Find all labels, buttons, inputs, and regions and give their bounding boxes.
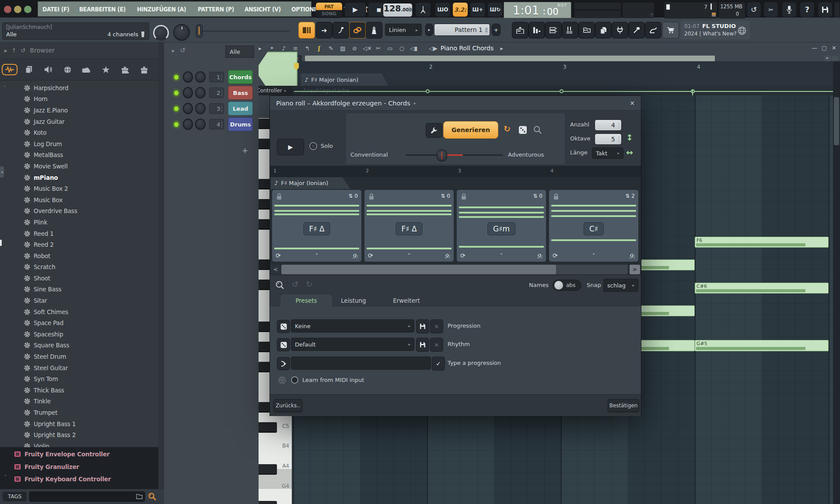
- pr-mute-icon[interactable]: ◁✕: [363, 45, 370, 52]
- metronome-button[interactable]: [415, 2, 431, 17]
- rack-swap-icon[interactable]: ↺: [180, 46, 186, 54]
- pr-playback-icon[interactable]: ◁▮: [410, 45, 417, 52]
- pr-close-icon[interactable]: ✕: [832, 45, 836, 51]
- chord-name-badge[interactable]: F♯ Δ: [303, 222, 330, 235]
- tags-search-input[interactable]: [29, 491, 145, 502]
- step-sequencer-link-button[interactable]: [298, 22, 315, 38]
- cards-scrollbar-thumb[interactable]: [281, 265, 556, 274]
- lock-icon[interactable]: [276, 193, 282, 200]
- window-minimize-light[interactable]: [14, 6, 21, 13]
- marker-panel-bottom[interactable]: [574, 10, 621, 18]
- audio-record-button[interactable]: [782, 2, 797, 18]
- browser-plugin-item[interactable]: Fruity Granulizer: [0, 461, 158, 473]
- pr-list-icon[interactable]: ≡: [292, 45, 299, 52]
- slicer-button[interactable]: ✂: [763, 2, 778, 18]
- channel-mute-led[interactable]: [174, 122, 179, 127]
- midi-note[interactable]: C#6: [695, 283, 829, 294]
- toggle-plugins-button[interactable]: [612, 22, 628, 38]
- progression-dropdown[interactable]: Keine ▸: [291, 319, 414, 332]
- shuffle-slider-thumb[interactable]: [196, 24, 203, 38]
- card-expand-icon[interactable]: ˅: [408, 253, 410, 259]
- pr-velocity-line[interactable]: [294, 91, 840, 92]
- channel-name-button[interactable]: Chords: [228, 70, 253, 84]
- browser-list-item[interactable]: Plink: [0, 217, 158, 228]
- channel-number[interactable]: 3 ⟨⟨: [209, 103, 224, 114]
- menu-datei[interactable]: DATEI (F): [42, 6, 69, 13]
- midi-note[interactable]: G#5: [695, 340, 829, 351]
- pr-target-icon[interactable]: ⌖: [268, 45, 276, 52]
- browser-list-item[interactable]: Koto: [0, 127, 158, 138]
- view-mode-dropdown[interactable]: Linien ▸: [385, 24, 422, 36]
- tab-online[interactable]: [58, 66, 77, 74]
- pr-velocity-node[interactable]: [560, 89, 564, 93]
- dialog-ruler[interactable]: [270, 166, 641, 177]
- channel-name-button[interactable]: Drums: [228, 117, 253, 131]
- rhythm-dropdown[interactable]: Default ▸: [291, 338, 414, 351]
- browser-list-item[interactable]: Steel Drum: [0, 351, 158, 362]
- browser-plugin-item[interactable]: Fruity Envelope Controller: [0, 448, 158, 461]
- length-leftright-icon[interactable]: ↔: [626, 147, 633, 157]
- dialog-zoom-icon[interactable]: [275, 280, 285, 290]
- lock-icon[interactable]: [369, 193, 374, 200]
- browser-list-item[interactable]: Music Box 2: [0, 183, 158, 194]
- browser-list-item[interactable]: Sitar: [0, 295, 158, 306]
- pr-scale-tab[interactable]: ♪ F♯ Major (Ionian): [301, 74, 388, 86]
- pr-scroll-right-button[interactable]: ▸: [824, 56, 831, 61]
- cards-scroll-left[interactable]: <: [271, 265, 280, 274]
- confirm-button[interactable]: Bestätigen: [608, 399, 639, 412]
- browser-list-item[interactable]: Space Pad: [0, 317, 158, 329]
- pr-glue-icon[interactable]: ʃ: [315, 45, 323, 52]
- time-display[interactable]: B:S:T 1:01 : 00: [504, 2, 571, 18]
- tags-button[interactable]: TAGS: [3, 492, 27, 501]
- channel-pan-knob[interactable]: [183, 119, 193, 130]
- bass-clef-icon[interactable]: 9:: [444, 253, 450, 259]
- window-close-light[interactable]: [4, 6, 11, 13]
- cards-scrollbar[interactable]: [281, 265, 628, 274]
- browser-list-item[interactable]: Tinkle: [0, 396, 158, 407]
- learn-midi-toggle[interactable]: [291, 376, 298, 384]
- pr-grid-toggle-button[interactable]: [832, 56, 838, 61]
- pr-slice-icon[interactable]: ✂: [374, 45, 382, 52]
- browser-list-item[interactable]: Shoot: [0, 273, 158, 284]
- names-toggle[interactable]: abs: [553, 280, 581, 291]
- rack-menu-icon[interactable]: ▸: [172, 47, 175, 54]
- toggle-browser-button[interactable]: [578, 22, 595, 38]
- dialog-redo-icon[interactable]: ↻: [306, 280, 312, 289]
- settings-wrench-button[interactable]: [426, 123, 442, 138]
- tab-presets[interactable]: Presets: [280, 294, 332, 307]
- save-button[interactable]: [818, 2, 833, 18]
- chord-card[interactable]: ⇅ 0 F♯ Δ ⟳ ˅ 9:: [364, 189, 454, 262]
- tempo-display[interactable]: 128 .000 ▲▼: [383, 3, 413, 17]
- tab-current-sound[interactable]: [38, 66, 58, 73]
- rhythm-delete-button[interactable]: ✕: [430, 338, 443, 352]
- rhythm-save-button[interactable]: [416, 338, 429, 352]
- pr-h-scrollbar[interactable]: [305, 56, 715, 61]
- bass-clef-icon[interactable]: 9:: [352, 253, 358, 259]
- card-transpose[interactable]: ⇅ 0: [533, 193, 542, 199]
- panel-collapse-handle[interactable]: ◂: [0, 166, 4, 178]
- oktave-stepper[interactable]: 5⟨⟨: [595, 133, 622, 145]
- toggle-playlist-button[interactable]: [512, 22, 528, 38]
- pattern-menu-button[interactable]: ▸: [425, 24, 433, 36]
- browser-list-item[interactable]: Soft Chimes: [0, 306, 158, 318]
- dice-icon[interactable]: [518, 126, 527, 134]
- follow-playback-button[interactable]: ➔: [316, 22, 332, 38]
- loop-record-button[interactable]: Ш↻: [487, 2, 503, 17]
- browser-list-item[interactable]: Upright Bass 1: [0, 418, 158, 430]
- play-button[interactable]: ▶: [344, 2, 366, 17]
- card-expand-icon[interactable]: ˅: [500, 253, 503, 259]
- search-icon[interactable]: [148, 492, 157, 501]
- fl-news-badge[interactable]: 01-07 FL STUDIO 2024 | What's New?: [681, 21, 750, 39]
- browser-list-item[interactable]: Horn: [0, 94, 158, 105]
- browser-up-icon[interactable]: ↑: [12, 47, 17, 54]
- channel-mute-led[interactable]: [174, 74, 179, 80]
- tab-files[interactable]: [19, 66, 38, 74]
- channel-mute-led[interactable]: [174, 90, 179, 96]
- pr-paint-icon[interactable]: ▨: [339, 45, 346, 52]
- pr-note-icon[interactable]: ♪: [280, 45, 287, 52]
- save-more-button[interactable]: [834, 2, 840, 18]
- pr-zoom-icon[interactable]: ○: [398, 45, 406, 52]
- tree-expand-icon[interactable]: ⌄: [4, 472, 7, 477]
- browser-list-item[interactable]: Movie Swell: [0, 161, 158, 172]
- smart-disable-button[interactable]: [366, 22, 382, 38]
